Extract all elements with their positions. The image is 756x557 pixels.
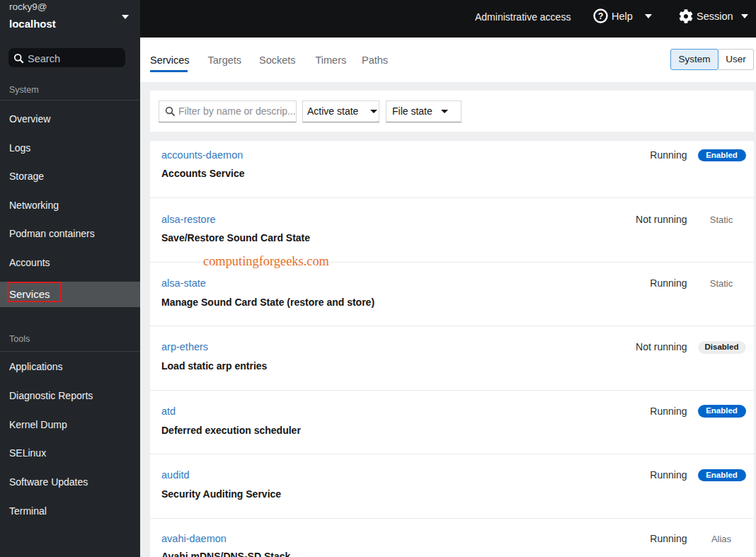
svg-text:?: ? xyxy=(598,11,604,21)
